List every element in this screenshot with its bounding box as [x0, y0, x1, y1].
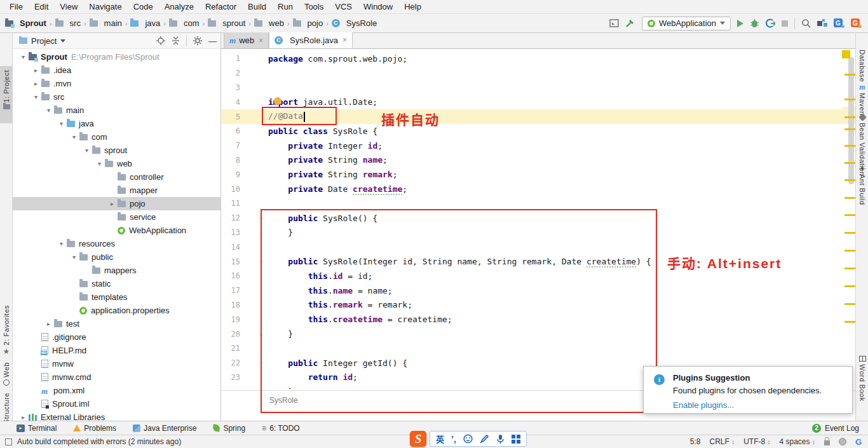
tree-item-service[interactable]: service — [13, 210, 220, 224]
event-log-button[interactable]: 2 Event Log — [812, 424, 859, 433]
tree-item--gitignore[interactable]: .gitignore — [13, 330, 220, 344]
menu-vcs[interactable]: VCS — [329, 1, 358, 13]
ime-handwriting-icon[interactable] — [480, 434, 489, 444]
stripe-tab-web[interactable]: Web — [0, 362, 13, 386]
tree-item-main[interactable]: ▾main — [13, 104, 220, 117]
ime-punctuation-toggle[interactable]: ’, — [451, 434, 456, 444]
tree-item-test[interactable]: ▸test — [13, 317, 220, 330]
breadcrumb-item-src[interactable]: src — [55, 18, 81, 28]
tool-window-layout-icon[interactable] — [609, 19, 619, 27]
tree-item-pom-xml[interactable]: pom.xml — [13, 384, 220, 397]
stripe-tab-word-book[interactable]: Word Book — [856, 356, 868, 402]
tree-chevron-icon[interactable]: ▾ — [56, 120, 67, 127]
tree-chevron-icon[interactable]: ▾ — [43, 107, 54, 114]
run-button[interactable] — [737, 20, 743, 27]
menu-navigate[interactable]: Navigate — [83, 1, 127, 13]
tree-chevron-icon[interactable]: ▾ — [18, 53, 29, 60]
tree-item-templates[interactable]: templates — [13, 290, 220, 304]
line-ending-widget[interactable]: CRLF ↕ — [709, 437, 735, 446]
stripe-tab-database[interactable]: Database — [856, 50, 868, 82]
tree-chevron-icon[interactable]: ▸ — [31, 80, 41, 87]
stripe-tab-favorites[interactable]: 2: Favorites ★ — [0, 305, 13, 356]
tree-item-web[interactable]: ▾web — [13, 157, 220, 170]
menu-refactor[interactable]: Refactor — [200, 1, 242, 13]
editor-scrollbar[interactable] — [848, 57, 854, 184]
tree-item-static[interactable]: static — [13, 277, 220, 290]
toolwindow-problems[interactable]: Problems — [73, 424, 116, 433]
ime-voice-icon[interactable] — [496, 434, 505, 444]
run-configuration-select[interactable]: WebApplication — [642, 17, 731, 31]
lock-icon[interactable] — [824, 440, 830, 445]
tree-chevron-icon[interactable]: ▸ — [18, 414, 29, 421]
breadcrumb-item-main[interactable]: main — [90, 18, 122, 28]
tree-item-mappers[interactable]: mappers — [13, 264, 220, 277]
hide-panel-icon[interactable]: — — [208, 36, 217, 46]
tree-item-public[interactable]: ▾public — [13, 250, 220, 264]
tree-item-sprout[interactable]: ▾SproutE:\Program Files\Sprout — [13, 50, 220, 64]
search-everywhere-icon[interactable] — [801, 18, 811, 28]
tree-item--mvn[interactable]: ▸.mvn — [13, 77, 220, 90]
tree-item-application-properties[interactable]: application.properties — [13, 304, 220, 317]
breadcrumb-item-sysrole[interactable]: SysRole — [332, 18, 377, 28]
build-hammer-icon[interactable] — [625, 18, 635, 28]
tree-item-pojo[interactable]: ▸pojo — [13, 197, 220, 210]
inspection-status-square[interactable] — [842, 50, 850, 58]
translate-blue-icon[interactable]: G — [834, 18, 844, 29]
close-icon[interactable]: × — [259, 36, 263, 45]
breadcrumb-item-pojo[interactable]: pojo — [293, 18, 323, 28]
menu-window[interactable]: Window — [358, 1, 398, 13]
stripe-tab-maven[interactable]: m Maven — [856, 84, 868, 116]
breadcrumb-item-sprout[interactable]: sprout — [208, 18, 245, 28]
tree-chevron-icon[interactable]: ▾ — [56, 240, 67, 247]
menu-edit[interactable]: Edit — [29, 1, 54, 13]
code-line-10[interactable]: 10 private Date createtime; — [221, 182, 855, 196]
menu-analyze[interactable]: Analyze — [159, 1, 200, 13]
tree-item-mapper[interactable]: mapper — [13, 184, 220, 197]
google-translate-icon[interactable]: G — [855, 437, 862, 447]
toolwindow-java-enterprise[interactable]: Java Enterprise — [133, 424, 196, 433]
ime-toolbox-icon[interactable] — [512, 435, 520, 444]
editor-tab-web[interactable]: mweb× — [224, 32, 269, 48]
coverage-button[interactable] — [766, 18, 775, 28]
tree-chevron-icon[interactable]: ▸ — [43, 320, 54, 327]
tree-chevron-icon[interactable]: ▸ — [107, 200, 118, 207]
code-line-3[interactable]: 3 — [221, 81, 855, 95]
tree-item-java[interactable]: ▾java — [13, 117, 220, 130]
menu-build[interactable]: Build — [242, 1, 272, 13]
code-line-1[interactable]: 1package com.sprout.web.pojo; — [221, 51, 855, 66]
tree-item-external-libraries[interactable]: ▸External Libraries — [13, 411, 220, 421]
menu-tools[interactable]: Tools — [299, 1, 329, 13]
tree-item-help-md[interactable]: HELP.md — [13, 344, 220, 357]
tree-item-mvnw-cmd[interactable]: mvnw.cmd — [13, 370, 220, 384]
tree-item-sprout[interactable]: ▾sprout — [13, 144, 220, 157]
stripe-tab-project[interactable]: 1: Project — [0, 66, 13, 123]
debug-button[interactable] — [750, 18, 759, 28]
ime-language-toggle[interactable]: 英 — [436, 433, 444, 445]
menu-run[interactable]: Run — [272, 1, 299, 13]
tree-item-controller[interactable]: controller — [13, 170, 220, 184]
tree-item-sprout-iml[interactable]: Sprout.iml — [13, 397, 220, 411]
stop-button[interactable] — [782, 20, 788, 27]
tree-item-resources[interactable]: ▾resources — [13, 237, 220, 250]
profiler-icon[interactable] — [817, 19, 827, 27]
inspections-hector-icon[interactable] — [839, 438, 846, 445]
breadcrumb-item-java[interactable]: java — [130, 18, 160, 28]
settings-gear-icon[interactable] — [193, 36, 202, 45]
locate-file-icon[interactable] — [156, 36, 165, 45]
menu-file[interactable]: File — [4, 1, 29, 13]
close-icon[interactable]: × — [342, 36, 347, 44]
code-line-7[interactable]: 7 private Integer id; — [221, 139, 855, 153]
enable-plugins-link[interactable]: Enable plugins... — [673, 400, 844, 410]
indent-widget[interactable]: 4 spaces ↕ — [780, 437, 815, 446]
collapse-all-icon[interactable] — [172, 36, 180, 45]
tree-chevron-icon[interactable]: ▾ — [69, 133, 79, 140]
tree-chevron-icon[interactable]: ▸ — [31, 67, 41, 74]
toolwindow-terminal[interactable]: ▸ Terminal — [17, 424, 57, 433]
tree-item-mvnw[interactable]: mvnw — [13, 357, 220, 370]
toolwindow-spring[interactable]: Spring — [213, 424, 245, 433]
tree-chevron-icon[interactable]: ▾ — [94, 160, 105, 167]
tree-chevron-icon[interactable]: ▾ — [31, 93, 41, 100]
breadcrumb-item-sprout[interactable]: Sprout — [5, 18, 46, 28]
toolwindow-todo[interactable]: ≡ 6: TODO — [262, 424, 300, 433]
translate-orange-icon[interactable]: G — [851, 18, 862, 29]
